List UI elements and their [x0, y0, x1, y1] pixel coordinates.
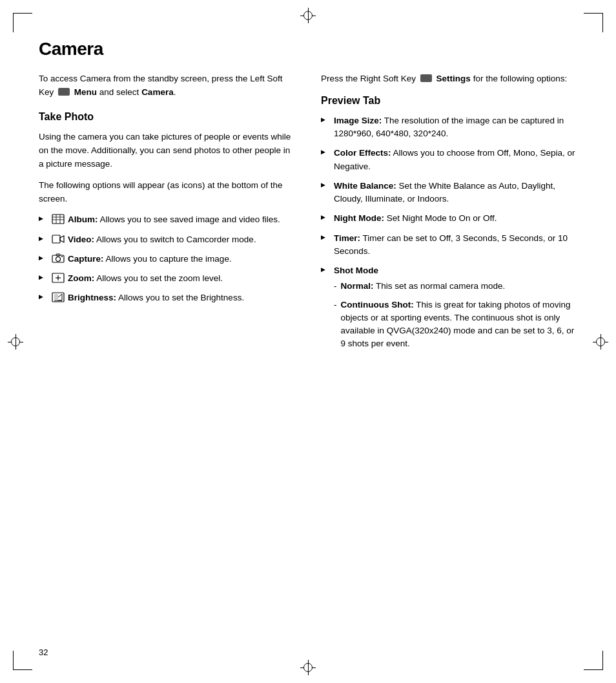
- image-size-text: Image Size: The resolution of the image …: [334, 114, 577, 141]
- album-desc: Allows you to see saved image and video …: [100, 215, 280, 224]
- take-photo-body1: Using the camera you can take pictures o…: [39, 131, 295, 171]
- crosshair-top: [300, 8, 316, 23]
- zoom-icon: [52, 273, 65, 283]
- bullet-arrow-zoom: [39, 273, 48, 282]
- brightness-text: Brightness: Allows you to set the Bright…: [68, 291, 295, 304]
- list-item-color-effects: Color Effects: Allows you to choose from…: [321, 147, 577, 173]
- timer-label: Timer:: [334, 233, 360, 243]
- content-area: To access Camera from the standby screen…: [39, 72, 577, 363]
- page-number: 32: [39, 647, 48, 657]
- right-intro: Press the Right Soft Key Settings for th…: [321, 72, 577, 86]
- corner-mark-bl: [13, 651, 32, 670]
- video-text: Video: Allows you to switch to Camcorder…: [68, 233, 295, 246]
- page: Camera To access Camera from the standby…: [0, 0, 616, 683]
- left-bullet-list: Album: Allows you to see saved image and…: [39, 213, 295, 304]
- album-label: Album:: [68, 215, 98, 224]
- bullet-arrow-album: [39, 214, 48, 223]
- intro-menu-bold: Menu: [74, 87, 97, 97]
- left-intro: To access Camera from the standby screen…: [39, 72, 295, 100]
- zoom-label: Zoom:: [68, 273, 94, 283]
- bullet-arrow-image-size: [321, 115, 330, 124]
- right-column: Press the Right Soft Key Settings for th…: [321, 72, 577, 363]
- normal-desc: This set as normal camera mode.: [376, 281, 505, 291]
- list-item-white-balance: White Balance: Set the White Balance as …: [321, 180, 577, 206]
- bullet-arrow-white-balance: [321, 180, 330, 189]
- capture-desc: Allows you to capture the image.: [106, 254, 232, 264]
- shot-mode-text: Shot Mode - Normal: This set as normal c…: [334, 264, 577, 356]
- bullet-arrow-color-effects: [321, 147, 330, 156]
- capture-text: Capture: Allows you to capture the image…: [68, 253, 295, 266]
- color-effects-text: Color Effects: Allows you to choose from…: [334, 147, 577, 173]
- sub-item-continuous: - Continuous Shot: This is great for tak…: [334, 299, 577, 351]
- bullet-arrow-timer: [321, 233, 330, 242]
- night-mode-label: Night Mode:: [334, 213, 384, 223]
- bullet-arrow-night-mode: [321, 213, 330, 222]
- list-item-zoom: Zoom: Allows you to set the zoom level.: [39, 272, 295, 285]
- crosshair-right: [593, 334, 608, 350]
- brightness-desc: Allows you to set the Brightness.: [118, 293, 244, 302]
- image-size-label: Image Size:: [334, 116, 382, 125]
- night-mode-desc: Set Night Mode to On or Off.: [387, 213, 497, 223]
- capture-icon: [52, 253, 65, 264]
- timer-text: Timer: Timer can be set to Off, 3 Second…: [334, 232, 577, 258]
- normal-text: Normal: This set as normal camera mode.: [341, 280, 506, 293]
- sub-dash-continuous: -: [334, 299, 337, 311]
- continuous-text: Continuous Shot: This is great for takin…: [341, 299, 578, 351]
- crosshair-bottom: [300, 660, 316, 675]
- left-column: To access Camera from the standby screen…: [39, 72, 295, 363]
- right-softkey-icon: [420, 74, 432, 82]
- bullet-arrow-shot-mode: [321, 265, 330, 274]
- right-intro-before: Press the Right Soft Key: [321, 74, 416, 83]
- page-title: Camera: [39, 39, 577, 59]
- color-effects-label: Color Effects:: [334, 148, 391, 158]
- list-item-night-mode: Night Mode: Set Night Mode to On or Off.: [321, 212, 577, 225]
- capture-label: Capture:: [68, 254, 104, 264]
- white-balance-label: White Balance:: [334, 181, 396, 191]
- right-bullet-list: Image Size: The resolution of the image …: [321, 114, 577, 356]
- corner-mark-tl: [13, 13, 32, 32]
- album-icon: [52, 214, 65, 224]
- list-item-shot-mode: Shot Mode - Normal: This set as normal c…: [321, 264, 577, 356]
- list-item-capture: Capture: Allows you to capture the image…: [39, 253, 295, 266]
- bullet-arrow-capture: [39, 253, 48, 262]
- album-text: Album: Allows you to see saved image and…: [68, 213, 295, 226]
- svg-point-8: [56, 257, 61, 261]
- list-item-brightness: Brightness: Allows you to set the Bright…: [39, 291, 295, 304]
- video-icon: [52, 234, 65, 244]
- corner-mark-tr: [584, 13, 603, 32]
- list-item-video: Video: Allows you to switch to Camcorder…: [39, 233, 295, 246]
- shot-mode-sub-list: - Normal: This set as normal camera mode…: [334, 280, 577, 350]
- list-item-image-size: Image Size: The resolution of the image …: [321, 114, 577, 141]
- svg-marker-6: [60, 236, 64, 242]
- sub-dash-normal: -: [334, 280, 337, 293]
- svg-rect-0: [52, 215, 64, 224]
- crosshair-left: [8, 334, 23, 350]
- brightness-icon: [52, 292, 65, 302]
- video-label: Video:: [68, 235, 94, 244]
- list-item-album: Album: Allows you to see saved image and…: [39, 213, 295, 226]
- preview-tab-title: Preview Tab: [321, 95, 577, 107]
- take-photo-body2: The following options will appear (as ic…: [39, 179, 295, 206]
- svg-point-10: [61, 256, 63, 257]
- bullet-arrow-video: [39, 234, 48, 243]
- intro-text-and: and select: [99, 87, 139, 97]
- intro-camera-bold: Camera: [141, 87, 174, 97]
- svg-rect-5: [52, 235, 60, 243]
- right-intro-for: for the following options:: [473, 74, 568, 83]
- timer-desc: Timer can be set to Off, 3 Seconds, 5 Se…: [334, 233, 568, 256]
- zoom-text: Zoom: Allows you to set the zoom level.: [68, 272, 295, 285]
- brightness-label: Brightness:: [68, 293, 116, 302]
- continuous-label: Continuous Shot:: [341, 300, 414, 310]
- take-photo-title: Take Photo: [39, 111, 295, 123]
- video-desc: Allows you to switch to Camcorder mode.: [96, 235, 256, 244]
- svg-rect-17: [54, 294, 58, 300]
- white-balance-text: White Balance: Set the White Balance as …: [334, 180, 577, 206]
- zoom-desc: Allows you to set the zoom level.: [96, 273, 223, 283]
- shot-mode-label: Shot Mode: [334, 266, 378, 275]
- right-intro-settings: Settings: [436, 74, 471, 83]
- corner-mark-br: [584, 651, 603, 670]
- list-item-timer: Timer: Timer can be set to Off, 3 Second…: [321, 232, 577, 258]
- night-mode-text: Night Mode: Set Night Mode to On or Off.: [334, 212, 577, 225]
- normal-label: Normal:: [341, 281, 374, 291]
- left-softkey-icon: [58, 88, 70, 96]
